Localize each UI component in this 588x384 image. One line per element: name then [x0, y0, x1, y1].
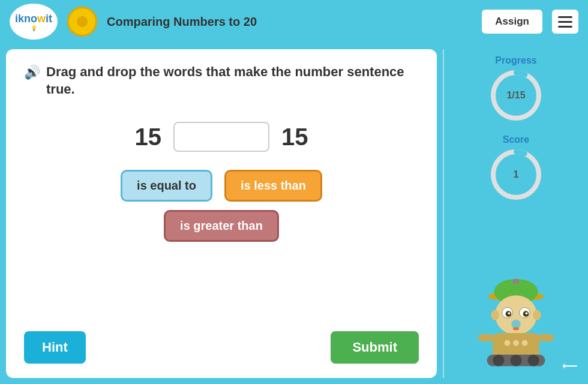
left-number: 15 — [135, 124, 162, 151]
svg-point-27 — [505, 340, 511, 346]
right-panel: Progress 1/15 Score 1 — [450, 49, 582, 378]
bottom-row: Hint Submit — [24, 319, 419, 364]
svg-point-29 — [522, 340, 528, 346]
robot-svg — [471, 279, 561, 372]
svg-point-23 — [510, 355, 521, 366]
instruction-row: 🔊 Drag and drop the words that make the … — [24, 64, 419, 98]
coin-badge — [67, 7, 97, 37]
progress-label: Progress — [495, 55, 536, 66]
nav-arrow[interactable]: ⟵ — [560, 356, 580, 376]
score-label: Score — [503, 134, 529, 145]
svg-point-22 — [493, 355, 504, 366]
arrow-icon: ⟵ — [562, 359, 578, 373]
chip-less[interactable]: is less than — [224, 170, 322, 202]
svg-point-24 — [527, 355, 539, 366]
hamburger-line-2 — [558, 21, 572, 23]
svg-rect-17 — [513, 327, 519, 330]
logo-tagline: 💡 — [31, 25, 37, 31]
coin-inner — [77, 16, 88, 27]
svg-rect-26 — [538, 334, 554, 341]
progress-ring: 1/15 — [489, 68, 543, 122]
svg-rect-25 — [478, 334, 494, 341]
drop-zone[interactable] — [173, 122, 269, 152]
submit-button[interactable]: Submit — [331, 331, 419, 364]
score-value: 1 — [514, 169, 519, 180]
drag-options: is equal to is less than is greater than — [24, 170, 419, 242]
chip-equal[interactable]: is equal to — [121, 170, 212, 202]
progress-section: Progress 1/15 — [489, 55, 543, 122]
chip-greater[interactable]: is greater than — [164, 210, 279, 242]
svg-point-19 — [533, 310, 541, 320]
svg-point-28 — [513, 340, 519, 346]
svg-point-18 — [491, 310, 499, 320]
panel-divider — [443, 49, 444, 378]
drag-row-bottom: is greater than — [164, 210, 279, 242]
assign-button[interactable]: Assign — [482, 10, 542, 34]
left-panel: 🔊 Drag and drop the words that make the … — [6, 49, 437, 378]
logo-text: iknowit — [15, 13, 52, 25]
speaker-icon[interactable]: 🔊 — [24, 65, 40, 80]
score-section: Score 1 — [489, 134, 543, 202]
logo: iknowit 💡 — [10, 4, 58, 40]
right-number: 15 — [281, 124, 308, 151]
header-title: Comparing Numbers to 20 — [107, 15, 472, 29]
main-content: 🔊 Drag and drop the words that make the … — [0, 43, 588, 384]
menu-button[interactable] — [552, 10, 578, 34]
hamburger-line-1 — [558, 16, 572, 18]
score-ring: 1 — [489, 148, 543, 202]
hamburger-line-3 — [558, 26, 572, 28]
svg-point-14 — [508, 312, 510, 314]
instruction-text: Drag and drop the words that make the nu… — [46, 64, 419, 98]
header: iknowit 💡 Comparing Numbers to 20 Assign — [0, 0, 588, 43]
hint-button[interactable]: Hint — [24, 331, 86, 364]
robot-character — [468, 276, 564, 372]
number-sentence: 15 15 — [24, 122, 419, 152]
drag-row-top: is equal to is less than — [121, 170, 322, 202]
svg-point-15 — [526, 312, 528, 314]
progress-value: 1/15 — [506, 90, 525, 101]
svg-point-8 — [514, 280, 518, 284]
